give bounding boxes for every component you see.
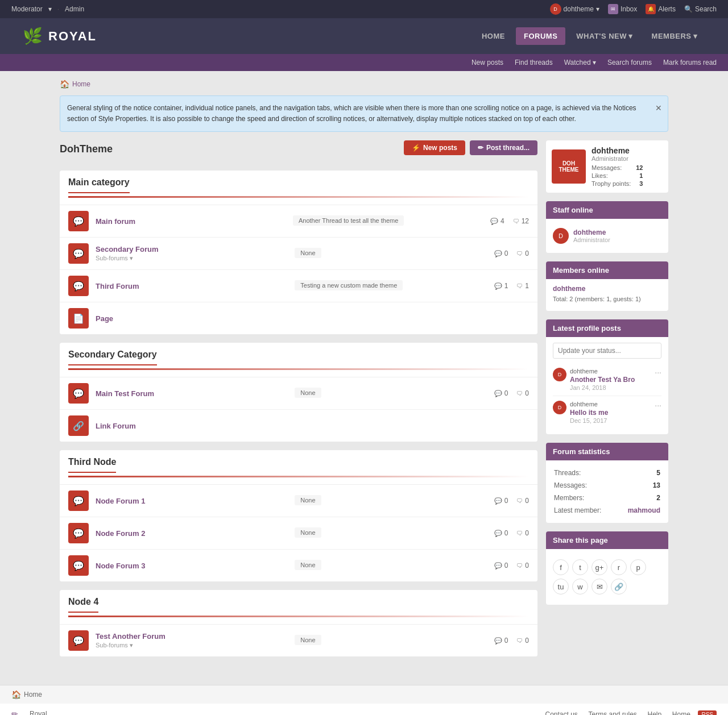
forum-row-secondary: 💬 Secondary Forum Sub-forums ▾ None 💬 0: [60, 238, 537, 270]
stat-row-threads: Threads: 5: [554, 467, 660, 479]
share-email-icon[interactable]: ✉: [592, 579, 607, 595]
sidebar-username[interactable]: dohtheme: [592, 146, 643, 155]
share-link-icon[interactable]: 🔗: [611, 579, 627, 595]
message-icon-2: 🗨: [516, 250, 523, 257]
forum-icon-node1: 💬: [68, 490, 89, 511]
forum-row-node3: 💬 Node Forum 3 None 💬 0 🗨: [60, 550, 537, 581]
forum-details-main-test: Main Test Forum: [96, 389, 295, 398]
category-header-third-node: Third Node: [60, 450, 537, 485]
nav-whats-new[interactable]: WHAT'S NEW ▾: [568, 27, 640, 45]
profile-post-title-2[interactable]: Hello its me: [570, 409, 655, 417]
profile-post-title-1[interactable]: Another Test Ya Bro: [570, 376, 655, 384]
find-threads-link[interactable]: Find threads: [515, 59, 553, 66]
latest-profile-posts-widget: Latest profile posts D dohtheme Another …: [546, 319, 668, 434]
inbox-icon: ✉: [608, 4, 618, 14]
forum-stats-main-test: 💬 0 🗨 0: [494, 389, 529, 397]
category-header-secondary: Secondary Category: [60, 343, 537, 377]
moderator-label[interactable]: Moderator: [11, 5, 43, 13]
top-bar-right: D dohtheme ▾ ✉ Inbox 🔔 Alerts 🔍 Search: [550, 3, 717, 15]
forum-row-third: 💬 Third Forum Testing a new custom made …: [60, 270, 537, 302]
forum-link-link[interactable]: Link Forum: [96, 422, 136, 430]
forum-link-main-forum[interactable]: Main forum: [96, 217, 135, 226]
share-header: Share this page: [546, 531, 668, 549]
new-posts-button[interactable]: ⚡ New posts: [404, 140, 465, 155]
message-icon-5: 🗨: [516, 497, 523, 504]
forum-details-test-another: Test Another Forum Sub-forums ▾: [96, 632, 295, 649]
user-info: dohtheme Administrator Messages: 12 Like…: [592, 146, 643, 187]
share-tumblr-icon[interactable]: tu: [553, 579, 569, 595]
staff-user-dohtheme: D dohtheme Administrator: [553, 225, 661, 247]
share-whatsapp-icon[interactable]: w: [572, 579, 588, 595]
category-title-node4: Node 4: [68, 597, 98, 613]
rss-link[interactable]: RSS: [698, 710, 717, 715]
footer-contact-link[interactable]: Contact us: [545, 710, 577, 715]
member-name[interactable]: dohtheme: [553, 285, 661, 293]
forum-details-node1: Node Forum 1: [96, 497, 295, 505]
forum-link-page[interactable]: Page: [96, 314, 113, 323]
user-dropdown-icon: ▾: [596, 5, 599, 13]
footer-brand-link[interactable]: Royal: [30, 710, 47, 715]
forum-link-test-another[interactable]: Test Another Forum: [96, 632, 166, 641]
thread-icon-7: 💬: [494, 562, 502, 569]
forum-details-third: Third Forum: [96, 282, 295, 290]
thread-icon-4: 💬: [494, 390, 502, 397]
notice-close-button[interactable]: ✕: [655, 102, 662, 114]
forum-link-third[interactable]: Third Forum: [96, 282, 139, 290]
footer-home-link[interactable]: Home: [672, 710, 690, 715]
profile-post-actions-1[interactable]: ···: [655, 368, 661, 377]
post-thread-button[interactable]: ✏ Post thread...: [470, 140, 537, 155]
share-pinterest-icon[interactable]: p: [630, 559, 646, 575]
forum-icon-test-another: 💬: [68, 630, 89, 651]
alerts-link[interactable]: 🔔 Alerts: [646, 4, 676, 14]
breadcrumb-home-link[interactable]: Home: [72, 80, 90, 88]
mark-forums-read-link[interactable]: Mark forums read: [663, 59, 717, 66]
admin-link[interactable]: Admin: [65, 5, 84, 13]
forum-link-main-test[interactable]: Main Test Forum: [96, 389, 154, 398]
share-facebook-icon[interactable]: f: [553, 559, 569, 575]
page-title: DohTheme: [60, 143, 113, 155]
forum-details-main-forum: Main forum: [96, 217, 293, 226]
user-menu[interactable]: D dohtheme ▾: [550, 3, 599, 15]
staff-online-header: Staff online: [546, 201, 668, 219]
alerts-icon: 🔔: [646, 4, 656, 14]
share-widget: Share this page f t g+ r p tu w ✉ 🔗: [546, 531, 668, 605]
category-header-main: Main category: [60, 171, 537, 205]
nav-members[interactable]: MEMBERS ▾: [644, 27, 705, 45]
search-forums-link[interactable]: Search forums: [607, 59, 652, 66]
nav-forums[interactable]: FORUMS: [516, 27, 565, 45]
profile-post-date-2: Dec 15, 2017: [570, 417, 655, 424]
share-googleplus-icon[interactable]: g+: [592, 559, 607, 575]
last-post-node2: None: [295, 527, 494, 539]
forum-link-node3[interactable]: Node Forum 3: [96, 562, 145, 570]
sub-forums-secondary: Sub-forums ▾: [96, 255, 295, 262]
staff-online-widget: Staff online D dohtheme Administrator: [546, 201, 668, 253]
footer-terms-link[interactable]: Terms and rules: [588, 710, 636, 715]
username-label: dohtheme: [564, 5, 594, 13]
staff-name[interactable]: dohtheme: [573, 228, 610, 236]
forum-link-node1[interactable]: Node Forum 1: [96, 497, 145, 505]
forum-link-node2[interactable]: Node Forum 2: [96, 529, 145, 538]
share-reddit-icon[interactable]: r: [611, 559, 627, 575]
category-title-secondary: Secondary Category: [68, 350, 157, 365]
site-header: 🌿 ROYAL HOME FORUMS WHAT'S NEW ▾ MEMBERS…: [0, 18, 728, 54]
inbox-link[interactable]: ✉ Inbox: [608, 4, 637, 14]
status-update-input[interactable]: [553, 343, 661, 359]
nav-home[interactable]: HOME: [474, 27, 513, 45]
search-link[interactable]: 🔍 Search: [684, 5, 717, 13]
thread-icon-2: 💬: [494, 250, 502, 257]
profile-post-actions-2[interactable]: ···: [655, 401, 661, 410]
footer-help-link[interactable]: Help: [647, 710, 661, 715]
footer-breadcrumb-home-link[interactable]: Home: [24, 691, 42, 699]
new-posts-link[interactable]: New posts: [471, 59, 503, 66]
share-twitter-icon[interactable]: t: [572, 559, 588, 575]
watched-link[interactable]: Watched ▾: [564, 59, 596, 66]
stats-table: Threads: 5 Messages: 13 Members: 2 Lat: [553, 466, 661, 517]
stat-row-messages: Messages: 13: [554, 480, 660, 491]
last-post-test-another: None: [295, 635, 494, 647]
staff-online-body: D dohtheme Administrator: [546, 219, 668, 253]
message-icon-3: 🗨: [516, 282, 523, 289]
sub-nav: New posts Find threads Watched ▾ Search …: [0, 54, 728, 71]
forum-link-secondary[interactable]: Secondary Forum: [96, 245, 159, 253]
user-card-widget: DOHTHEME dohtheme Administrator Messages…: [546, 140, 668, 193]
logo[interactable]: 🌿 ROYAL: [23, 27, 97, 45]
